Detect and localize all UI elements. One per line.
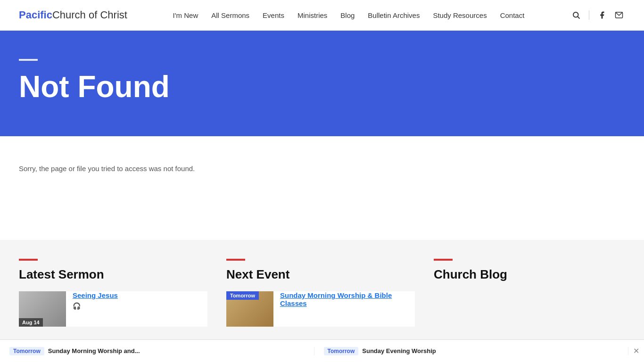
- next-event-section: Next Event Tomorrow Sunday Morning Worsh…: [226, 259, 415, 327]
- hero-content: Not Found: [19, 59, 622, 103]
- main-content: Sorry, the page or file you tried to acc…: [0, 136, 644, 240]
- svg-line-1: [578, 16, 579, 18]
- email-button[interactable]: [613, 9, 625, 21]
- main-nav: I'm New All Sermons Events Ministries Bl…: [173, 11, 525, 19]
- notification-bar: Tomorrow Sunday Morning Worship and... T…: [0, 339, 644, 355]
- email-icon: [615, 11, 623, 19]
- sermon-section-title: Latest Sermon: [19, 267, 207, 282]
- nav-blog[interactable]: Blog: [340, 11, 355, 19]
- nav-new[interactable]: I'm New: [173, 11, 198, 19]
- latest-sermon-section: Latest Sermon Aug 14 Seeing Jesus 🎧: [19, 259, 207, 327]
- blog-section-bar: [434, 259, 453, 261]
- site-logo[interactable]: Pacific Church of Christ: [19, 9, 127, 21]
- header-icons: [570, 9, 625, 21]
- notif-text-2: Sunday Evening Worship: [362, 347, 436, 354]
- event-section-bar: [226, 259, 245, 261]
- sermon-card: Aug 14 Seeing Jesus 🎧: [19, 291, 207, 327]
- nav-sermons[interactable]: All Sermons: [211, 11, 249, 19]
- nav-contact[interactable]: Contact: [500, 11, 525, 19]
- sermon-date-badge: Aug 14: [19, 318, 43, 327]
- site-header: Pacific Church of Christ I'm New All Ser…: [0, 0, 644, 31]
- nav-ministries[interactable]: Ministries: [297, 11, 327, 19]
- footer-grid: Latest Sermon Aug 14 Seeing Jesus 🎧 Next…: [19, 259, 622, 327]
- search-button[interactable]: [570, 9, 582, 21]
- event-section-title: Next Event: [226, 267, 415, 282]
- nav-divider: [589, 10, 589, 20]
- blog-section-title: Church Blog: [434, 267, 622, 282]
- event-card: Tomorrow Sunday Morning Worship & Bible …: [226, 291, 415, 327]
- sermon-thumbnail: Aug 14: [19, 291, 66, 327]
- notif-item-2: Tomorrow Sunday Evening Worship: [314, 347, 629, 355]
- notif-label-2: Tomorrow: [324, 347, 359, 355]
- sermon-section-bar: [19, 259, 38, 261]
- audio-icon: 🎧: [73, 302, 207, 310]
- hero-section: Not Found: [0, 31, 644, 136]
- page-title: Not Found: [19, 70, 622, 103]
- nav-study[interactable]: Study Resources: [433, 11, 487, 19]
- nav-events[interactable]: Events: [263, 11, 284, 19]
- event-tag-badge: Tomorrow: [226, 291, 259, 300]
- event-thumbnail: Tomorrow: [226, 291, 273, 327]
- facebook-icon: [598, 11, 606, 19]
- logo-pacific: Pacific: [19, 9, 52, 21]
- hero-bar-decoration: [19, 59, 38, 61]
- svg-point-0: [573, 12, 578, 17]
- error-message: Sorry, the page or file you tried to acc…: [19, 165, 302, 173]
- sermon-info: Seeing Jesus 🎧: [73, 291, 207, 310]
- footer-sections: Latest Sermon Aug 14 Seeing Jesus 🎧 Next…: [0, 240, 644, 355]
- event-title-link[interactable]: Sunday Morning Worship & Bible Classes: [280, 291, 415, 307]
- search-icon: [572, 11, 580, 19]
- notif-label-1: Tomorrow: [9, 347, 44, 355]
- notification-close-button[interactable]: ✕: [628, 346, 644, 355]
- notif-text-1: Sunday Morning Worship and...: [48, 347, 140, 354]
- event-info: Sunday Morning Worship & Bible Classes: [280, 291, 415, 307]
- nav-bulletin[interactable]: Bulletin Archives: [368, 11, 420, 19]
- logo-rest: Church of Christ: [52, 9, 127, 21]
- church-blog-section: Church Blog: [434, 259, 622, 327]
- sermon-title-link[interactable]: Seeing Jesus: [73, 291, 207, 299]
- notif-item-1: Tomorrow Sunday Morning Worship and...: [0, 347, 314, 355]
- facebook-button[interactable]: [596, 9, 608, 21]
